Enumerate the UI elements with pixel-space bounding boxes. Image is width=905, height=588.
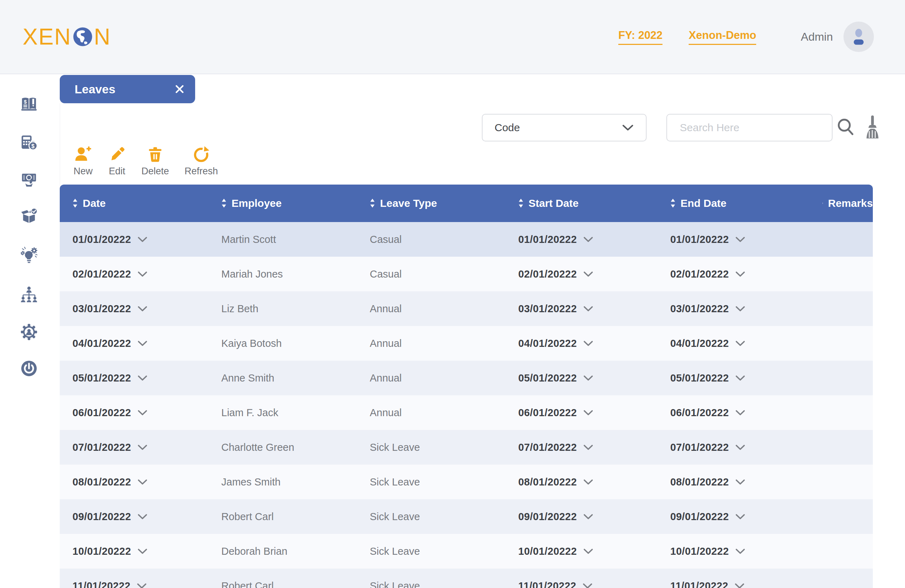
chevron-down-icon[interactable]	[583, 548, 593, 555]
cell-leave-type: Annual	[357, 395, 505, 430]
chevron-down-icon[interactable]	[137, 583, 147, 588]
chevron-down-icon[interactable]	[583, 340, 593, 346]
search-icon[interactable]	[837, 118, 856, 138]
sidebar-item-inventory[interactable]	[20, 207, 38, 225]
start-date-value: 01/01/20222	[518, 234, 577, 245]
table-row[interactable]: 04/01/20222 Kaiya Botosh Annual 04/01/20…	[60, 326, 873, 361]
chevron-down-icon[interactable]	[735, 445, 745, 450]
chevron-down-icon[interactable]	[583, 583, 592, 588]
new-button[interactable]: New	[73, 146, 93, 177]
cell-date: 10/01/20222	[60, 534, 209, 569]
sidebar-item-user-settings[interactable]	[20, 323, 38, 341]
sidebar-item-innovation[interactable]	[20, 247, 38, 264]
chevron-down-icon[interactable]	[138, 410, 148, 416]
sidebar-item-org-chart[interactable]	[20, 286, 38, 304]
search-input[interactable]	[666, 114, 832, 141]
chevron-down-icon[interactable]	[138, 271, 148, 277]
chevron-down-icon[interactable]	[735, 479, 745, 485]
edit-button[interactable]: Edit	[108, 146, 126, 177]
chevron-down-icon[interactable]	[735, 375, 745, 381]
chevron-down-icon[interactable]	[735, 583, 745, 588]
table-row[interactable]: 10/01/20222 Deborah Brian Sick Leave 10/…	[60, 534, 873, 569]
table-row[interactable]: 11/01/20222 Robert Carl Sick Leave 11/01…	[60, 569, 873, 588]
tab-leaves[interactable]: Leaves	[60, 75, 195, 103]
chevron-down-icon[interactable]	[138, 548, 148, 555]
cell-end-date: 02/01/20222	[657, 257, 810, 291]
delete-button[interactable]: Delete	[141, 146, 169, 177]
chevron-down-icon[interactable]	[138, 375, 148, 381]
column-header[interactable]: Start Date	[505, 184, 657, 222]
chevron-down-icon[interactable]	[138, 306, 148, 312]
cell-employee: James Smith	[209, 465, 357, 499]
cell-date: 01/01/20222	[60, 222, 209, 257]
clear-broom-icon[interactable]	[863, 114, 882, 139]
cell-leave-type: Sick Leave	[357, 569, 505, 588]
chevron-down-icon[interactable]	[138, 445, 148, 450]
fiscal-year-link[interactable]: FY: 2022	[618, 29, 662, 45]
chevron-down-icon[interactable]	[138, 340, 148, 346]
date-value: 09/01/20222	[73, 511, 131, 523]
chevron-down-icon[interactable]	[735, 548, 745, 555]
chevron-down-icon[interactable]	[583, 445, 593, 450]
chevron-down-icon[interactable]	[735, 340, 745, 346]
sidebar-item-ledger[interactable]: $	[20, 95, 38, 113]
sidebar-item-cash-payment[interactable]	[20, 171, 38, 189]
chevron-down-icon[interactable]	[583, 410, 593, 416]
column-header[interactable]: Employee	[209, 184, 357, 222]
start-date-value: 08/01/20222	[518, 476, 577, 488]
table-row[interactable]: 05/01/20222 Anne Smith Annual 05/01/2022…	[60, 361, 873, 395]
column-header[interactable]: Leave Type	[357, 184, 505, 222]
svg-text:$: $	[24, 99, 27, 105]
cell-date: 09/01/20222	[60, 499, 209, 534]
end-date-value: 01/01/20222	[670, 234, 729, 245]
chevron-down-icon[interactable]	[583, 306, 593, 312]
table-row[interactable]: 07/01/20222 Charlotte Green Sick Leave 0…	[60, 430, 873, 465]
chevron-down-icon[interactable]	[138, 514, 148, 520]
column-header[interactable]: Remarks	[810, 184, 873, 222]
start-date-value: 07/01/20222	[518, 442, 577, 453]
cell-start-date: 07/01/20222	[505, 430, 657, 465]
cell-remarks	[810, 569, 873, 588]
column-header-label: Employee	[232, 197, 282, 209]
sidebar-item-payroll[interactable]: $	[20, 133, 38, 151]
cell-start-date: 02/01/20222	[505, 257, 657, 291]
chevron-down-icon[interactable]	[583, 237, 593, 243]
column-header[interactable]: End Date	[657, 184, 810, 222]
chevron-down-icon[interactable]	[735, 514, 745, 520]
date-value: 06/01/20222	[73, 407, 131, 419]
sidebar-item-power[interactable]	[20, 359, 38, 377]
xenon-logo: XEN N	[23, 25, 111, 48]
chevron-down-icon[interactable]	[583, 479, 593, 485]
refresh-button[interactable]: Refresh	[184, 146, 218, 177]
close-icon[interactable]	[175, 84, 184, 94]
cell-start-date: 01/01/20222	[505, 222, 657, 257]
table-row[interactable]: 06/01/20222 Liam F. Jack Annual 06/01/20…	[60, 395, 873, 430]
chevron-down-icon[interactable]	[735, 410, 745, 416]
avatar-person-icon	[849, 27, 868, 47]
table-row[interactable]: 01/01/20222 Martin Scott Casual 01/01/20…	[60, 222, 873, 257]
sort-icon	[370, 199, 375, 208]
date-value: 01/01/20222	[73, 234, 131, 245]
table-row[interactable]: 09/01/20222 Robert Carl Sick Leave 09/01…	[60, 499, 873, 534]
start-date-value: 04/01/20222	[518, 338, 577, 349]
chevron-down-icon[interactable]	[583, 514, 593, 520]
cell-leave-type: Sick Leave	[357, 430, 505, 465]
column-header[interactable]: Date	[60, 184, 209, 222]
table-row[interactable]: 03/01/20222 Liz Beth Annual 03/01/20222 …	[60, 291, 873, 326]
chevron-down-icon[interactable]	[735, 306, 745, 312]
user-avatar[interactable]	[843, 22, 874, 52]
chevron-down-icon[interactable]	[583, 375, 593, 381]
table-row[interactable]: 02/01/20222 Mariah Jones Casual 02/01/20…	[60, 257, 873, 291]
chevron-down-icon[interactable]	[138, 237, 148, 243]
cell-leave-type: Annual	[357, 326, 505, 361]
chevron-down-icon[interactable]	[735, 237, 745, 243]
chevron-down-icon[interactable]	[583, 271, 593, 277]
table-row[interactable]: 08/01/20222 James Smith Sick Leave 08/01…	[60, 465, 873, 499]
company-link[interactable]: Xenon-Demo	[689, 29, 756, 45]
cell-start-date: 10/01/20222	[505, 534, 657, 569]
cash-payment-icon	[20, 171, 38, 189]
chevron-down-icon[interactable]	[735, 271, 745, 277]
field-selector-dropdown[interactable]: Code	[482, 114, 646, 141]
chevron-down-icon[interactable]	[138, 479, 148, 485]
cell-start-date: 04/01/20222	[505, 326, 657, 361]
